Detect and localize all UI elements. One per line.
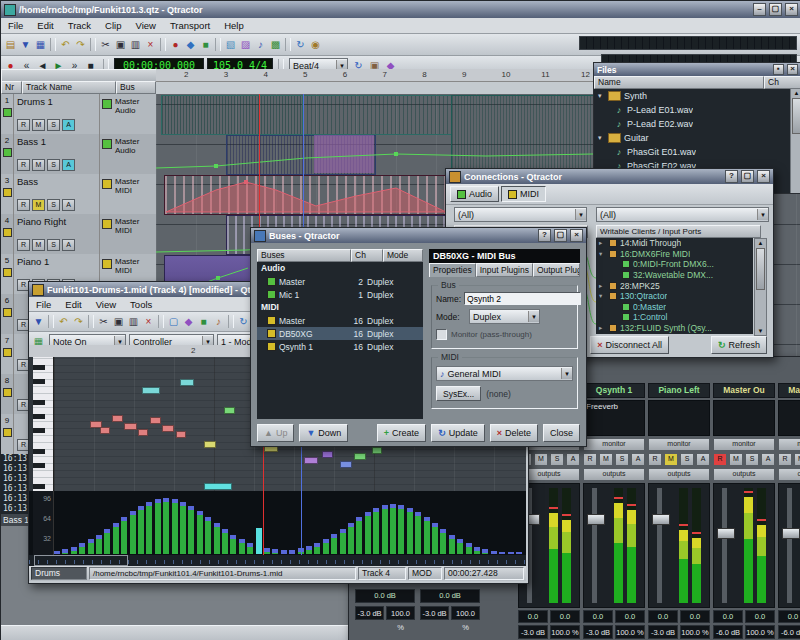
plugin-list[interactable] [713, 400, 775, 436]
tab-output-plugins[interactable]: Output Plugins [533, 263, 580, 277]
port-item[interactable]: ▸28:MPK25 [596, 280, 753, 291]
menu-item-transport[interactable]: Transport [163, 20, 217, 31]
toolbar-icon[interactable]: ↶ [58, 38, 73, 52]
scroll-thumb[interactable] [792, 98, 800, 134]
track-button-m[interactable]: M [32, 159, 45, 171]
track-button-r[interactable]: R [17, 199, 30, 211]
toolbar-icon[interactable]: ▩ [268, 38, 283, 52]
maximize-button[interactable]: ▢ [554, 229, 567, 242]
refresh-button[interactable]: ↻ Refresh [711, 336, 767, 354]
outputs-button[interactable]: outputs [648, 468, 710, 481]
track-button-s[interactable]: S [47, 239, 60, 251]
toolbar-icon[interactable]: ▣ [113, 38, 128, 52]
strip-button-m[interactable]: M [729, 453, 743, 466]
toolbar-icon[interactable]: ▣ [111, 315, 126, 329]
fader-handle[interactable] [782, 528, 800, 539]
strip-button-r[interactable]: R [713, 453, 727, 466]
editor-menu-view[interactable]: View [89, 299, 123, 310]
strip-button-a[interactable]: A [631, 453, 645, 466]
plugin-list[interactable]: Freeverb [583, 400, 645, 436]
float-button[interactable]: ▪ [773, 64, 784, 75]
black-key[interactable] [33, 463, 45, 468]
maximize-button[interactable]: ▢ [769, 3, 782, 16]
track-row[interactable]: 1Drums 1RMSAMasterAudio [1, 94, 156, 135]
toolbar-icon[interactable]: ▤ [3, 38, 18, 52]
strip-button-r[interactable]: R [778, 453, 792, 466]
pan-value[interactable]: 100.0 % [386, 606, 415, 620]
port-item[interactable]: ▾16:DMX6Fire MIDI [596, 249, 753, 260]
toolbar-icon[interactable]: ✂ [98, 38, 113, 52]
toolbar-icon[interactable]: ■ [196, 315, 211, 329]
bus-item[interactable]: Master2Duplex [257, 275, 423, 288]
gain-value[interactable]: -3.0 dB [355, 606, 384, 620]
strip-button-a[interactable]: A [566, 453, 580, 466]
tab-input-plugins[interactable]: Input Plugins [476, 263, 533, 277]
menu-item-view[interactable]: View [128, 20, 162, 31]
mixer-strip-name[interactable]: Master Ou [713, 383, 775, 398]
folder-item[interactable]: ▾Synth [594, 89, 790, 103]
toolbar-icon[interactable]: ◆ [181, 315, 196, 329]
toolbar-icon[interactable]: ✂ [96, 315, 111, 329]
instrument-combo[interactable]: ♪ General MIDI▾ [436, 366, 573, 381]
strip-button-a[interactable]: A [761, 453, 775, 466]
gain-value[interactable]: -3.0 dB [420, 606, 449, 620]
track-row[interactable]: 3BassRMSAMasterMIDI [1, 174, 156, 215]
bus-item[interactable]: DB50XG16Duplex [257, 327, 423, 340]
close-button[interactable]: × [757, 170, 770, 183]
toolbar-icon[interactable]: × [143, 38, 158, 52]
velocity-pane[interactable]: 96 64 32 [29, 491, 526, 555]
track-button-a[interactable]: A [62, 119, 75, 131]
folder-item[interactable]: ▾Guitar [594, 131, 790, 145]
fader-handle[interactable] [717, 528, 735, 539]
toolbar-icon[interactable]: ↷ [71, 315, 86, 329]
strip-button-m[interactable]: M [599, 453, 613, 466]
bus-item[interactable]: Qsynth 116Duplex [257, 340, 423, 353]
track-button-a[interactable]: A [62, 159, 75, 171]
pan-value[interactable]: 100.0 % [745, 625, 775, 639]
strip-button-s[interactable]: S [550, 453, 564, 466]
writable-filter-combo[interactable]: (All)▾ [596, 207, 769, 222]
toolbar-icon[interactable]: ▨ [238, 38, 253, 52]
close-icon[interactable]: × [787, 64, 798, 75]
port-item[interactable]: ▾130:Qtractor [596, 291, 753, 302]
mixer-strip-name[interactable]: Qsynth 1 [583, 383, 645, 398]
port-item[interactable]: 0:Master [596, 302, 753, 313]
menu-item-clip[interactable]: Clip [98, 20, 128, 31]
track-button-r[interactable]: R [17, 159, 30, 171]
create-button[interactable]: +Create [377, 424, 426, 442]
black-key[interactable] [33, 379, 45, 384]
editor-menu-file[interactable]: File [29, 299, 58, 310]
gain-value[interactable]: -3.0 dB [648, 625, 678, 639]
strip-button-a[interactable]: A [696, 453, 710, 466]
toolbar-icon[interactable]: ▢ [166, 315, 181, 329]
buses-titlebar[interactable]: Buses - Qtractor ? ▢ × [251, 228, 586, 243]
maximize-button[interactable]: ▢ [741, 170, 754, 183]
bus-rows[interactable]: AudioMaster2DuplexMic 11DuplexMIDIMaster… [257, 262, 423, 419]
port-item[interactable]: 1:Control [596, 312, 753, 323]
track-button-m[interactable]: M [32, 199, 45, 211]
track-button-a[interactable]: A [62, 239, 75, 251]
monitor-button[interactable]: monitor [778, 438, 800, 451]
mixer-strip-name[interactable]: Master Ou [778, 383, 800, 398]
toolbar-icon[interactable]: ▥ [128, 38, 143, 52]
disconnect-all-button[interactable]: × Disconnect All [590, 336, 669, 354]
sysex-button[interactable]: SysEx... [436, 386, 481, 401]
strip-button-r[interactable]: R [583, 453, 597, 466]
pan-value[interactable]: 100.0 % [451, 606, 480, 620]
files-scrollbar[interactable]: ▲ [790, 89, 800, 193]
plugin-list[interactable] [778, 400, 800, 436]
track-button-a[interactable]: A [62, 199, 75, 211]
editor-menu-tools[interactable]: Tools [123, 299, 159, 310]
port-item[interactable]: 32:Wavetable DMX... [596, 270, 753, 281]
track-row[interactable]: 4Piano RightRMSAMasterMIDI [1, 214, 156, 255]
toolbar-icon[interactable]: ▼ [18, 38, 33, 52]
outputs-button[interactable]: outputs [583, 468, 645, 481]
pan-value[interactable]: 100.0 % [550, 625, 580, 639]
track-button-m[interactable]: M [32, 239, 45, 251]
strip-button-m[interactable]: M [664, 453, 678, 466]
monitor-checkbox[interactable] [436, 329, 447, 340]
monitor-button[interactable]: monitor [648, 438, 710, 451]
gain-value[interactable]: -6.0 dB [778, 625, 800, 639]
black-key[interactable] [33, 365, 45, 370]
toolbar-icon[interactable]: ↻ [293, 38, 308, 52]
